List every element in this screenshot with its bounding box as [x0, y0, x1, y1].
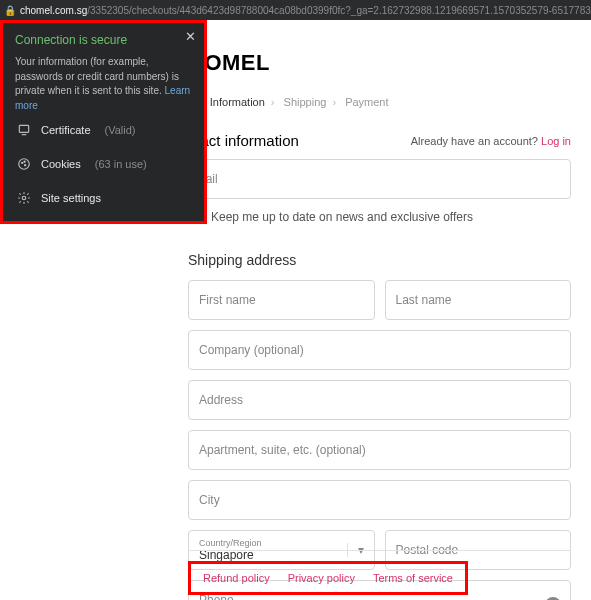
site-info-popover: ✕ Connection is secure Your information …: [0, 20, 207, 224]
brand-title: HOMEL: [188, 50, 571, 76]
shipping-title: Shipping address: [188, 252, 571, 268]
cookies-row[interactable]: Cookies (63 in use): [15, 147, 192, 181]
svg-point-5: [22, 196, 26, 200]
address-field[interactable]: [188, 380, 571, 420]
city-field[interactable]: [188, 480, 571, 520]
svg-point-3: [25, 165, 26, 166]
privacy-policy-link[interactable]: Privacy policy: [288, 572, 355, 584]
checkout-footer: Refund policy Privacy policy Terms of se…: [188, 550, 571, 595]
svg-point-4: [24, 161, 25, 162]
svg-point-2: [22, 162, 23, 163]
account-prompt: Already have an account? Log in: [411, 135, 571, 147]
secure-description: Your information (for example, passwords…: [15, 55, 192, 113]
last-name-field[interactable]: [385, 280, 572, 320]
chevron-right-icon: ›: [332, 96, 336, 108]
have-account-text: Already have an account?: [411, 135, 541, 147]
address-bar[interactable]: 🔒 chomel.com.sg /3352305/checkouts/443d …: [0, 0, 591, 20]
email-field[interactable]: [188, 159, 571, 199]
svg-rect-0: [19, 125, 28, 132]
marketing-label: Keep me up to date on news and exclusive…: [211, 210, 473, 224]
login-link[interactable]: Log in: [541, 135, 571, 147]
crumb-payment: Payment: [345, 96, 388, 108]
policy-links: Refund policy Privacy policy Terms of se…: [188, 561, 468, 595]
certificate-label: Certificate: [41, 124, 91, 136]
marketing-opt-in[interactable]: Keep me up to date on news and exclusive…: [188, 209, 571, 224]
breadcrumb: t› Information› Shipping› Payment: [188, 96, 571, 108]
lock-icon: 🔒: [4, 5, 16, 16]
chevron-right-icon: ›: [271, 96, 275, 108]
secure-desc-text: Your information (for example, passwords…: [15, 56, 179, 96]
close-icon[interactable]: ✕: [185, 29, 196, 44]
certificate-row[interactable]: Certificate (Valid): [15, 113, 192, 147]
cookies-icon: [17, 157, 31, 171]
gear-icon: [17, 191, 31, 205]
first-name-field[interactable]: [188, 280, 375, 320]
footer-divider: [188, 550, 571, 551]
certificate-icon: [17, 123, 31, 137]
certificate-status: (Valid): [105, 124, 136, 136]
svg-point-1: [19, 159, 30, 170]
refund-policy-link[interactable]: Refund policy: [203, 572, 270, 584]
country-label: Country/Region: [199, 538, 262, 548]
url-domain: chomel.com.sg: [20, 5, 87, 16]
terms-link[interactable]: Terms of service: [373, 572, 453, 584]
crumb-information[interactable]: Information: [210, 96, 265, 108]
apartment-field[interactable]: [188, 430, 571, 470]
crumb-shipping: Shipping: [284, 96, 327, 108]
url-path: /3352305/checkouts/443d: [87, 5, 202, 16]
checkout-main: HOMEL t› Information› Shipping› Payment …: [188, 20, 571, 600]
cookies-label: Cookies: [41, 158, 81, 170]
secure-title: Connection is secure: [15, 33, 192, 47]
company-field[interactable]: [188, 330, 571, 370]
site-settings-label: Site settings: [41, 192, 101, 204]
cookies-status: (63 in use): [95, 158, 147, 170]
site-settings-row[interactable]: Site settings: [15, 181, 192, 215]
url-trail: 6423d98788004ca08bd0399f0fc?_ga=2.162732…: [202, 5, 591, 16]
contact-header: ntact information Already have an accoun…: [188, 132, 571, 149]
